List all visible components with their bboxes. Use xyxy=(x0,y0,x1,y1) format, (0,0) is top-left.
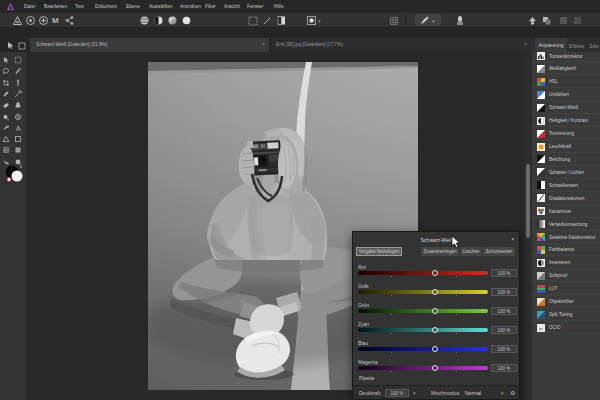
svg-text:A: A xyxy=(16,124,21,131)
svg-text:oc: oc xyxy=(539,326,543,330)
